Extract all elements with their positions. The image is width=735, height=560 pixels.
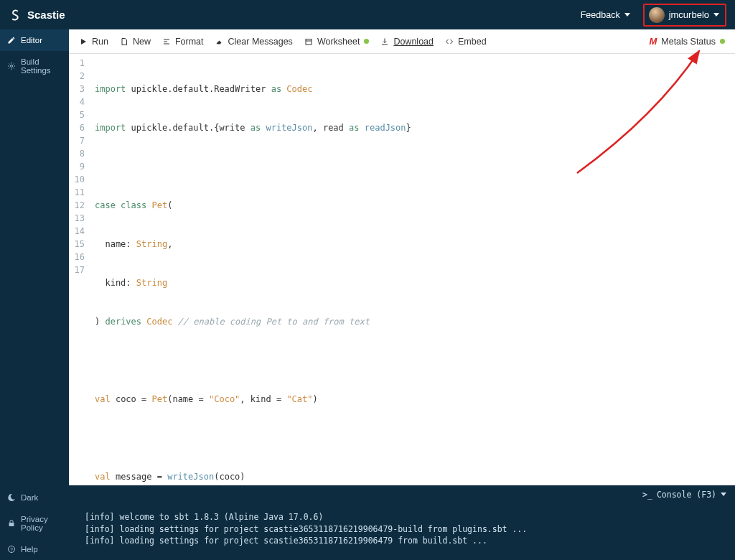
token: // enable coding Pet to and from text <box>178 317 370 327</box>
logo-icon <box>9 9 22 22</box>
line-gutter: 1234567891011121314151617 <box>69 54 89 485</box>
line-number: 11 <box>69 186 85 199</box>
align-icon <box>162 37 171 46</box>
sidebar-item-editor[interactable]: Editor <box>0 29 69 51</box>
token: , <box>167 239 172 249</box>
app-brand[interactable]: Scastie <box>9 9 65 22</box>
line-number: 2 <box>69 70 85 83</box>
token: } <box>406 123 411 133</box>
metals-icon: M <box>649 36 657 47</box>
token: as <box>251 123 266 133</box>
console-toggle[interactable]: >_ Console (F3) <box>69 485 735 504</box>
toolbar-label: Embed <box>458 37 487 47</box>
code-area[interactable]: import upickle.default.ReadWriter as Cod… <box>89 54 417 485</box>
download-icon <box>380 37 389 46</box>
code-icon <box>445 37 454 46</box>
caret-down-icon <box>713 13 719 17</box>
line-number: 12 <box>69 199 85 212</box>
line-number: 13 <box>69 212 85 225</box>
console-line: [info] loading settings for project scas… <box>85 535 719 547</box>
line-number: 1 <box>69 57 85 70</box>
token: import <box>95 123 131 133</box>
toolbar-label: Metals Status <box>661 37 716 47</box>
caret-down-icon <box>624 13 630 17</box>
toolbar-label: New <box>133 37 151 47</box>
gear-icon <box>7 62 16 70</box>
line-number: 16 <box>69 251 85 263</box>
console-line: [info] welcome to sbt 1.8.3 (Alpine Java… <box>85 511 719 523</box>
line-number: 15 <box>69 238 85 251</box>
lock-icon <box>7 519 16 528</box>
worksheet-toggle[interactable]: Worksheet <box>304 37 370 47</box>
sidebar: Editor Build Settings Dark Privacy Polic… <box>0 29 69 560</box>
line-number: 5 <box>69 108 85 121</box>
token: String <box>136 278 167 288</box>
line-number: 6 <box>69 121 85 134</box>
help-icon: ? <box>7 545 16 554</box>
app-header: Scastie Feedback jmcurbelo <box>0 0 735 29</box>
token: derives <box>105 317 146 327</box>
token: name: <box>95 239 136 249</box>
token: as <box>271 84 287 94</box>
embed-button[interactable]: Embed <box>445 37 487 47</box>
token: ) <box>95 317 105 327</box>
toolbar: Run New Format Clear Messages Worksheet <box>69 29 735 54</box>
token: (name = <box>167 394 209 404</box>
user-menu[interactable]: jmcurbelo <box>643 4 726 27</box>
file-icon <box>120 37 128 46</box>
format-button[interactable]: Format <box>162 37 204 47</box>
token: String <box>136 239 167 249</box>
token: message <box>116 472 152 482</box>
toolbar-label: Clear Messages <box>228 37 293 47</box>
sidebar-item-label: Build Settings <box>21 57 62 75</box>
token: writeJson <box>167 472 214 482</box>
token: upickle.default.ReadWriter <box>131 84 271 94</box>
feedback-link[interactable]: Feedback <box>571 7 636 23</box>
code-editor[interactable]: 1234567891011121314151617 import upickle… <box>69 54 735 485</box>
svg-rect-1 <box>9 523 14 526</box>
sidebar-item-privacy[interactable]: Privacy Policy <box>0 508 69 538</box>
toolbar-label: Worksheet <box>317 37 360 47</box>
sidebar-item-help[interactable]: ? Help <box>0 538 69 560</box>
run-button[interactable]: Run <box>79 37 108 47</box>
moon-icon <box>7 493 16 502</box>
token: ( <box>167 200 172 210</box>
token: import <box>95 84 131 94</box>
console-label: Console (F3) <box>657 490 716 500</box>
sidebar-item-dark[interactable]: Dark <box>0 487 69 508</box>
token: , kind = <box>240 394 286 404</box>
line-number: 3 <box>69 83 85 95</box>
token: Pet <box>152 394 168 404</box>
token: ) <box>313 394 318 404</box>
new-button[interactable]: New <box>120 37 151 47</box>
metals-status[interactable]: M Metals Status <box>649 36 725 47</box>
calendar-icon <box>304 37 313 46</box>
sidebar-item-label: Editor <box>21 36 42 45</box>
sidebar-item-label: Dark <box>21 493 38 502</box>
toolbar-label: Run <box>92 37 108 47</box>
token: val <box>95 394 116 404</box>
sidebar-item-label: Privacy Policy <box>21 515 62 532</box>
terminal-icon: >_ <box>642 490 652 500</box>
token: case class <box>95 200 151 210</box>
token: "Coco" <box>209 394 240 404</box>
line-number: 8 <box>69 147 85 160</box>
token: (coco) <box>214 472 245 482</box>
token: Codec <box>286 84 312 94</box>
avatar <box>649 7 665 23</box>
play-icon <box>79 37 88 46</box>
feedback-label: Feedback <box>581 10 620 20</box>
console-output[interactable]: [info] welcome to sbt 1.8.3 (Alpine Java… <box>69 504 735 560</box>
token: as <box>349 123 365 133</box>
sidebar-item-label: Help <box>21 545 38 554</box>
header-right: Feedback jmcurbelo <box>571 4 726 27</box>
pencil-icon <box>7 36 16 45</box>
token: "Cat" <box>286 394 312 404</box>
toolbar-label: Download <box>393 37 434 47</box>
sidebar-item-build-settings[interactable]: Build Settings <box>0 51 69 81</box>
download-button[interactable]: Download <box>380 37 434 47</box>
clear-messages-button[interactable]: Clear Messages <box>215 37 293 47</box>
svg-rect-4 <box>306 39 312 45</box>
token: Codec <box>146 317 177 327</box>
toolbar-label: Format <box>175 37 204 47</box>
